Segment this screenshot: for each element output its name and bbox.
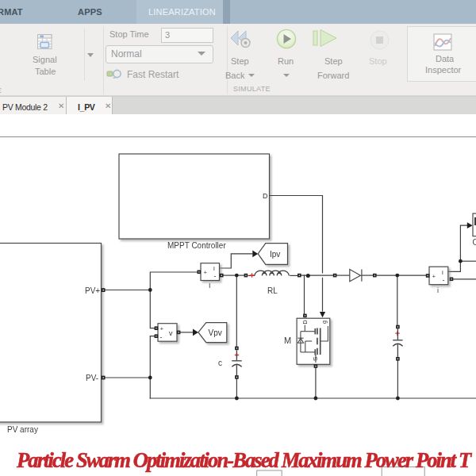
svg-text:i: i — [437, 286, 439, 294]
svg-text:Ipv: Ipv — [270, 250, 280, 259]
svg-text:-: - — [214, 272, 217, 280]
svg-text:-: - — [443, 276, 445, 284]
svg-text:D: D — [263, 192, 268, 200]
svg-text:i: i — [213, 265, 215, 272]
svg-text:D: D — [302, 320, 308, 324]
svg-text:RL: RL — [267, 286, 278, 295]
svg-text:-: - — [160, 333, 163, 341]
svg-text:M: M — [284, 336, 291, 345]
svg-text:S: S — [312, 357, 319, 361]
svg-text:I: I — [209, 282, 211, 290]
svg-text:C: C — [473, 238, 476, 247]
svg-text:g: g — [321, 321, 328, 324]
svg-text:PV-: PV- — [86, 374, 98, 382]
svg-text:+: + — [204, 269, 208, 276]
svg-text:MPPT Controller: MPPT Controller — [167, 241, 226, 250]
svg-text:+: + — [160, 325, 164, 332]
svg-text:Vpv: Vpv — [209, 328, 222, 337]
svg-text:v: v — [169, 329, 173, 337]
svg-text:+: + — [432, 273, 436, 280]
svg-text:i: i — [442, 269, 443, 276]
svg-text:PV+: PV+ — [85, 286, 100, 295]
svg-text:c: c — [218, 359, 222, 367]
svg-text:PV array: PV array — [7, 425, 38, 434]
